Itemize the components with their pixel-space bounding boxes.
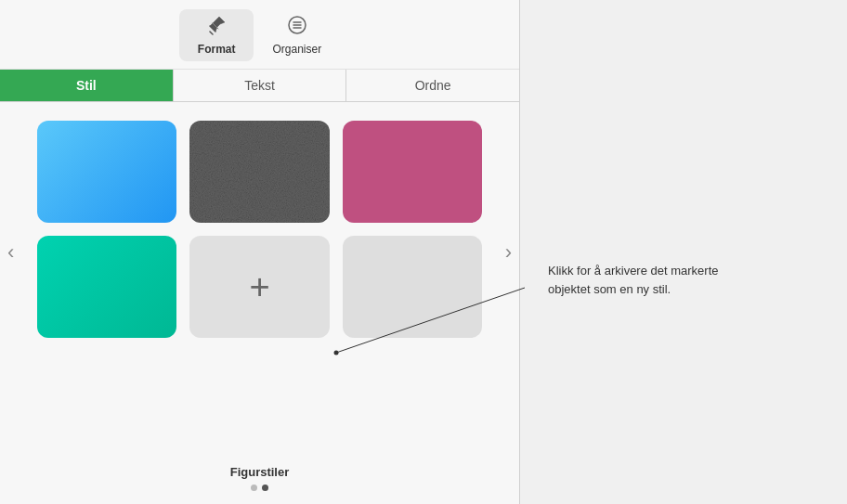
tab-stil[interactable]: Stil [0,70,173,101]
bottom-area: Figurstiler [0,458,519,504]
format-label: Format [198,43,236,56]
sidebar-panel: Format Organiser Stil Tekst Ord [0,0,520,504]
nav-arrow-right[interactable]: › [505,240,512,265]
style-swatch-teal[interactable] [37,236,176,338]
format-button[interactable]: Format [179,9,254,61]
nav-arrow-left[interactable]: ‹ [7,240,14,265]
tab-row: Stil Tekst Ordne [0,70,519,102]
organiser-label: Organiser [272,43,321,56]
organiser-button[interactable]: Organiser [254,9,340,61]
add-icon: + [249,269,269,304]
tab-ordne[interactable]: Ordne [346,70,519,101]
page-dots [251,485,268,491]
style-swatch-pink[interactable] [343,121,482,223]
tab-tekst[interactable]: Tekst [174,70,346,101]
style-swatch-blue[interactable] [37,121,176,223]
shape-grid: + [37,121,482,338]
dot-2 [262,485,268,491]
annotation-text: Klikk for å arkivere det markerte objekt… [548,262,734,298]
dot-1 [251,485,257,491]
organiser-icon [287,15,307,40]
add-style-button[interactable]: + [189,236,329,338]
shapes-content: ‹ › + [0,102,519,458]
toolbar: Format Organiser [0,0,519,70]
annotation-area: Klikk for å arkivere det markerte objekt… [520,0,847,504]
format-icon [206,15,227,40]
figurstiler-label: Figurstiler [230,465,290,479]
style-swatch-empty [343,236,482,338]
style-swatch-dark[interactable] [189,121,329,223]
